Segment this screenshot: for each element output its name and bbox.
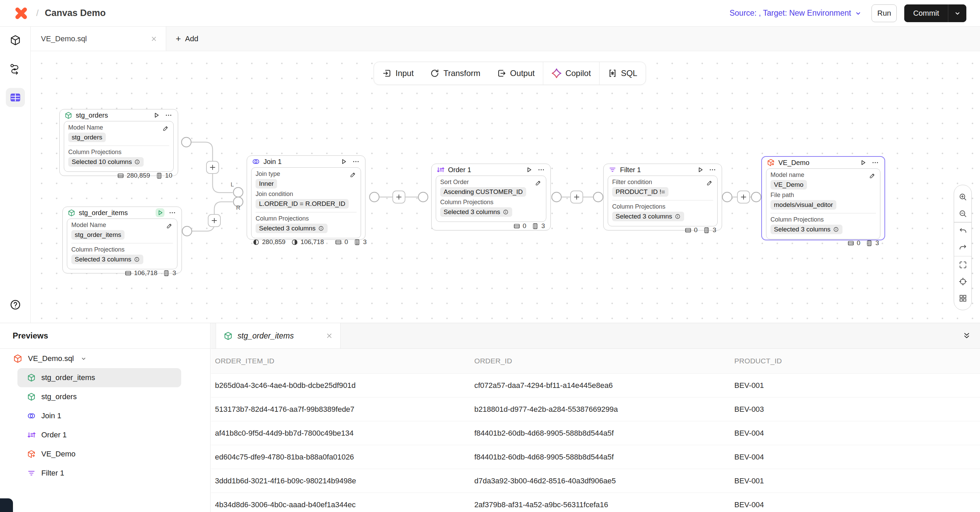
tree-item-filter-1[interactable]: Filter 1 [18, 464, 181, 483]
tree-item-order-1[interactable]: Order 1 [18, 425, 181, 444]
zoom-out-icon[interactable] [954, 205, 972, 222]
sql-icon [608, 68, 617, 78]
card-divider [71, 243, 173, 243]
collapse-panel-double-chevron-icon[interactable] [962, 323, 971, 349]
zoom-in-icon[interactable] [954, 189, 972, 205]
add-step-on-edge-button[interactable] [208, 214, 221, 227]
edit-pencil-icon[interactable] [349, 170, 357, 179]
dbt-logo-icon[interactable] [14, 6, 29, 21]
table-view-icon[interactable] [6, 88, 25, 107]
more-menu-icon[interactable] [164, 111, 173, 120]
play-icon[interactable] [525, 165, 533, 174]
connection-port[interactable] [722, 192, 732, 202]
connection-port-left[interactable] [234, 187, 243, 197]
node-order-1[interactable]: Order 1 Sort Order Ascending CUSTOMER_ID… [431, 163, 551, 230]
table-row[interactable]: 513173b7-82d4-4176-aa7f-99b8389fede7 b21… [211, 398, 980, 421]
copilot-button[interactable]: Copilot [543, 62, 599, 84]
more-menu-icon[interactable] [168, 208, 177, 217]
edit-pencil-icon[interactable] [706, 179, 714, 187]
play-icon[interactable] [152, 111, 161, 120]
redo-icon[interactable] [954, 239, 972, 256]
connection-port[interactable] [369, 192, 379, 202]
more-menu-icon[interactable] [537, 165, 546, 174]
node-ve-demo[interactable]: VE_Demo Model name VE_Demo File path mod… [761, 156, 885, 240]
tree-item-stg-order-items[interactable]: stg_order_items [18, 368, 181, 387]
environment-selector-label: Source: , Target: New Environment [730, 8, 851, 18]
undo-icon[interactable] [954, 223, 972, 239]
more-menu-icon[interactable] [352, 157, 360, 166]
edit-pencil-icon[interactable] [869, 171, 877, 180]
node-join-1[interactable]: Join 1 Join type Inner Join condition L.… [247, 155, 366, 239]
grid-layout-icon[interactable] [954, 290, 972, 306]
center-target-icon[interactable] [954, 273, 972, 290]
edit-pencil-icon[interactable] [535, 179, 542, 187]
connection-port[interactable] [552, 192, 561, 202]
node-footer: 280,859 106,718 0 3 [247, 238, 365, 246]
cell-order-id: f84401b2-60db-4d68-9905-588b8d544a5f [470, 453, 730, 461]
close-preview-tab-icon[interactable] [325, 332, 333, 340]
field-value-pill: Selected 3 columns [770, 225, 843, 234]
preview-tab-stg-order-items[interactable]: stg_order_items [216, 323, 340, 349]
play-icon[interactable] [339, 157, 348, 166]
field-value-pill: Selected 3 columns [256, 224, 328, 233]
table-row[interactable]: af41b8c0-9f5d-44d9-bb7d-7800c49be134 f84… [211, 421, 980, 445]
tab-ve-demo-sql[interactable]: VE_Demo.sql [31, 27, 166, 51]
cell-order-id: 2af379b8-af31-4a52-a9bc-56311fcefa16 [470, 501, 730, 509]
add-step-on-edge-button[interactable] [737, 190, 750, 203]
sql-button[interactable]: SQL [600, 62, 646, 84]
columns-icon [531, 223, 539, 230]
models-cube-icon[interactable] [6, 31, 25, 50]
column-header[interactable]: ORDER_ID [470, 357, 730, 365]
commit-dropdown-button[interactable] [948, 5, 966, 22]
connection-port[interactable] [181, 137, 191, 147]
tree-item-join-1[interactable]: Join 1 [18, 406, 181, 425]
column-header[interactable]: PRODUCT_ID [730, 357, 980, 365]
node-header: stg_orders [60, 109, 178, 120]
table-row[interactable]: 4b34d8d6-3006-4b0c-aaad-b40ef1a344ec 2af… [211, 493, 980, 512]
play-icon[interactable] [859, 158, 867, 167]
edit-pencil-icon[interactable] [162, 124, 170, 132]
node-stg-order-items[interactable]: stg_order_items Model Name stg_order_ite… [62, 206, 182, 273]
tree-item-stg-orders[interactable]: stg_orders [18, 387, 181, 406]
play-icon[interactable] [156, 208, 164, 217]
connection-port[interactable] [418, 192, 428, 202]
table-row[interactable]: 3ddd1b6d-3021-4f16-b09c-980214b9498e d7d… [211, 469, 980, 493]
table-row[interactable]: ed604c75-dfe9-4780-81ba-b88a0fa01026 f84… [211, 445, 980, 469]
help-icon[interactable] [6, 295, 25, 314]
add-transform-button[interactable]: Transform [422, 62, 488, 84]
more-menu-icon[interactable] [708, 165, 717, 174]
environment-selector[interactable]: Source: , Target: New Environment [730, 8, 862, 18]
fit-view-icon[interactable] [954, 256, 972, 273]
column-header[interactable]: ORDER_ITEM_ID [211, 357, 470, 365]
commit-button[interactable]: Commit [904, 5, 948, 22]
close-tab-icon[interactable] [150, 35, 158, 43]
cell-order-item-id: ed604c75-dfe9-4780-81ba-b88a0fa01026 [211, 453, 470, 461]
connection-port[interactable] [182, 226, 192, 236]
node-footer: 106,718 3 [63, 269, 181, 277]
column-count: 3 [531, 222, 545, 230]
add-step-on-edge-button[interactable] [206, 161, 219, 174]
add-output-button[interactable]: Output [488, 62, 543, 84]
more-menu-icon[interactable] [871, 158, 880, 167]
output-label: Output [510, 68, 535, 78]
connection-port[interactable] [751, 192, 761, 202]
chevron-down-icon[interactable] [80, 355, 87, 362]
add-step-on-edge-button[interactable] [392, 190, 406, 203]
table-row[interactable]: b265d0a4-3c46-4ae4-b0db-dcbe25df901d cf0… [211, 374, 980, 398]
lineage-flow-icon[interactable] [6, 59, 25, 78]
node-filter-1[interactable]: Filter 1 Filter condition PRODUCT_ID != … [603, 163, 722, 230]
edit-pencil-icon[interactable] [165, 222, 174, 230]
add-tab-button[interactable]: + Add [166, 27, 208, 51]
run-button[interactable]: Run [872, 5, 897, 22]
connection-port[interactable] [593, 192, 603, 202]
add-step-on-edge-button[interactable] [570, 190, 583, 203]
play-icon[interactable] [696, 165, 705, 174]
pipeline-canvas[interactable]: L R Input Transform Output Copilot [31, 51, 980, 323]
copilot-label: Copilot [565, 68, 591, 78]
node-stg-orders[interactable]: stg_orders Model Name stg_orders Column … [59, 109, 178, 176]
add-input-button[interactable]: Input [374, 62, 422, 84]
node-title: Order 1 [448, 166, 521, 174]
field-label: Column Projections [68, 149, 169, 156]
tree-item-ve-demo[interactable]: VE_Demo [18, 444, 181, 464]
tree-item-ve-demo-sql[interactable]: VE_Demo.sql [0, 349, 210, 368]
